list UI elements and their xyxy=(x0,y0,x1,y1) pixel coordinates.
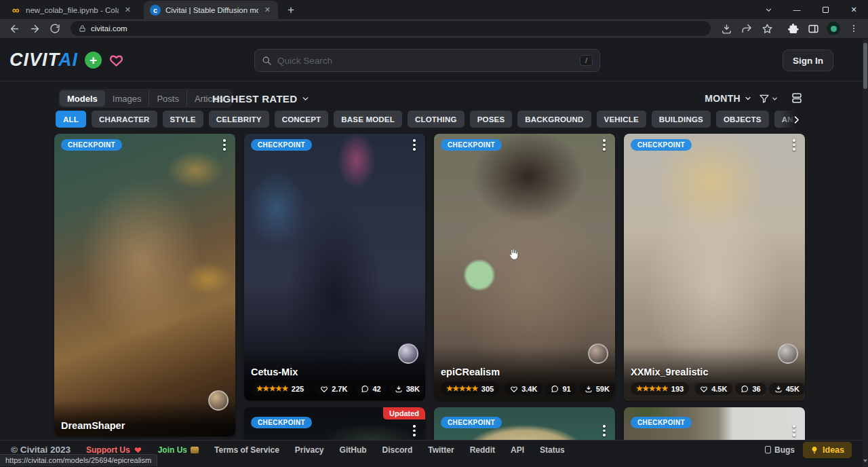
chip-celebrity[interactable]: CELEBRITY xyxy=(209,111,269,128)
share-icon[interactable] xyxy=(738,20,755,37)
model-card-dreamshaper[interactable]: CHECKPOINT DreamShaper xyxy=(54,134,235,436)
reload-icon[interactable] xyxy=(46,20,64,37)
bugs-link[interactable]: Bugs xyxy=(765,445,795,455)
tab-close-icon[interactable]: ✕ xyxy=(263,5,272,14)
side-panel-icon[interactable] xyxy=(804,20,822,37)
layout-toggle-button[interactable] xyxy=(791,92,803,106)
favorites-heart-icon[interactable] xyxy=(108,52,124,68)
downloads-pill[interactable]: 59K xyxy=(579,383,615,395)
chip-character[interactable]: CHARACTER xyxy=(92,111,157,128)
downloads-pill[interactable]: 45K xyxy=(769,383,805,395)
chip-objects[interactable]: OBJECTS xyxy=(716,111,769,128)
heart-icon xyxy=(134,445,142,454)
chip-buildings[interactable]: BUILDINGS xyxy=(652,111,711,128)
github-link[interactable]: GitHub xyxy=(340,445,367,455)
ideas-button[interactable]: Ideas xyxy=(803,442,852,458)
rating-pill[interactable]: ★★★★★ 225 xyxy=(251,382,309,395)
likes-pill[interactable]: 2.7K xyxy=(315,383,353,395)
creator-avatar[interactable] xyxy=(778,343,798,364)
rating-count: 305 xyxy=(481,385,494,393)
period-dropdown[interactable]: MONTH xyxy=(705,93,752,104)
model-card-xxmix-9realistic[interactable]: CHECKPOINT XXMix_9realistic ★★★★★ 193 4.… xyxy=(624,134,805,400)
terms-link[interactable]: Terms of Service xyxy=(214,445,279,455)
profile-avatar[interactable] xyxy=(825,20,842,37)
new-tab-button[interactable]: + xyxy=(282,1,300,19)
browser-kebab-menu-icon[interactable] xyxy=(845,20,863,37)
civitai-page: CIVITAI + / Sign In Models Images Posts … xyxy=(0,39,868,467)
status-link[interactable]: Status xyxy=(540,445,565,455)
minimize-button[interactable]: — xyxy=(783,0,811,19)
tab-posts[interactable]: Posts xyxy=(149,90,186,107)
creator-avatar[interactable] xyxy=(588,343,608,364)
comments-count: 42 xyxy=(372,385,380,393)
model-preview-image xyxy=(54,134,235,436)
model-stats: ★★★★★ 193 4.5K 36 45K xyxy=(631,382,798,395)
comments-pill[interactable]: 91 xyxy=(545,383,576,395)
support-us-link[interactable]: Support Us xyxy=(86,445,142,455)
checkpoint-badge: CHECKPOINT xyxy=(251,139,312,151)
model-card-cetus-mix[interactable]: CHECKPOINT Cetus-Mix ★★★★★ 225 2.7K xyxy=(244,134,425,400)
creator-avatar[interactable] xyxy=(208,390,229,411)
chips-scroll-right-button[interactable] xyxy=(780,111,802,128)
scrollbar-thumb[interactable] xyxy=(863,43,867,89)
chip-vehicle[interactable]: VEHICLE xyxy=(597,111,646,128)
address-bar[interactable]: civitai.com xyxy=(71,21,711,36)
rating-pill[interactable]: ★★★★★ 305 xyxy=(441,382,499,395)
twitter-link[interactable]: Twitter xyxy=(428,445,454,455)
chip-clothing[interactable]: CLOTHING xyxy=(408,111,465,128)
chip-concept[interactable]: CONCEPT xyxy=(275,111,329,128)
scrollbar-down-arrow[interactable] xyxy=(863,460,868,465)
chip-all[interactable]: ALL xyxy=(56,111,86,128)
reddit-link[interactable]: Reddit xyxy=(470,445,495,455)
close-button[interactable]: ✕ xyxy=(840,0,868,19)
checkpoint-badge: CHECKPOINT xyxy=(631,417,692,428)
download-toolbar-icon[interactable] xyxy=(717,20,735,37)
likes-pill[interactable]: 4.5K xyxy=(694,383,732,395)
downloads-pill[interactable]: 38K xyxy=(389,383,425,395)
maximize-button[interactable] xyxy=(811,0,840,19)
api-link[interactable]: API xyxy=(511,445,524,455)
model-card-epicrealism[interactable]: CHECKPOINT epiCRealism ★★★★★ 305 3.4K xyxy=(434,134,615,400)
discord-link[interactable]: Discord xyxy=(382,445,413,455)
forward-icon[interactable] xyxy=(26,20,43,37)
extensions-puzzle-icon[interactable] xyxy=(784,20,802,37)
browser-menu-chevron-icon[interactable] xyxy=(754,0,783,19)
rating-pill[interactable]: ★★★★★ 193 xyxy=(631,382,689,395)
filter-funnel-button[interactable] xyxy=(759,93,778,104)
search-input[interactable] xyxy=(277,56,574,66)
card-menu-icon[interactable] xyxy=(410,425,419,436)
comments-pill[interactable]: 42 xyxy=(355,383,386,395)
card-menu-icon[interactable] xyxy=(220,139,229,151)
sign-in-button[interactable]: Sign In xyxy=(783,50,833,71)
chip-style[interactable]: STYLE xyxy=(163,111,203,128)
comment-icon xyxy=(361,385,369,393)
back-icon[interactable] xyxy=(5,20,23,37)
chip-base-model[interactable]: BASE MODEL xyxy=(334,111,402,128)
create-plus-button[interactable]: + xyxy=(85,52,102,69)
creator-avatar[interactable] xyxy=(398,343,418,364)
join-us-link[interactable]: Join Us xyxy=(158,445,199,455)
browser-tab-civitai[interactable]: c Civitai | Stable Diffusion models, ✕ xyxy=(144,1,278,19)
card-menu-icon[interactable] xyxy=(789,139,799,151)
checkpoint-badge: CHECKPOINT xyxy=(441,139,502,151)
card-menu-icon[interactable] xyxy=(599,139,609,151)
downloads-count: 45K xyxy=(786,385,800,393)
chip-background[interactable]: BACKGROUND xyxy=(517,111,591,128)
chip-poses[interactable]: POSES xyxy=(470,111,513,128)
comments-pill[interactable]: 36 xyxy=(735,383,766,395)
bookmark-star-icon[interactable] xyxy=(758,20,776,37)
tab-close-icon[interactable]: ✕ xyxy=(123,5,132,14)
tab-models[interactable]: Models xyxy=(60,90,105,107)
tab-images[interactable]: Images xyxy=(105,90,149,107)
page-scrollbar[interactable] xyxy=(863,39,868,467)
card-menu-icon[interactable] xyxy=(789,425,799,436)
likes-pill[interactable]: 3.4K xyxy=(505,383,542,395)
card-menu-icon[interactable] xyxy=(410,139,419,151)
civitai-logo[interactable]: CIVITAI + xyxy=(9,39,124,81)
quick-search[interactable]: / xyxy=(254,49,600,72)
browser-tab-colab[interactable]: ∞ new_colab_file.ipynb - Colaborat ✕ xyxy=(4,1,138,19)
card-menu-icon[interactable] xyxy=(599,425,609,436)
civitai-favicon: c xyxy=(150,5,161,16)
sort-dropdown[interactable]: HIGHEST RATED xyxy=(212,89,310,108)
privacy-link[interactable]: Privacy xyxy=(295,445,324,455)
